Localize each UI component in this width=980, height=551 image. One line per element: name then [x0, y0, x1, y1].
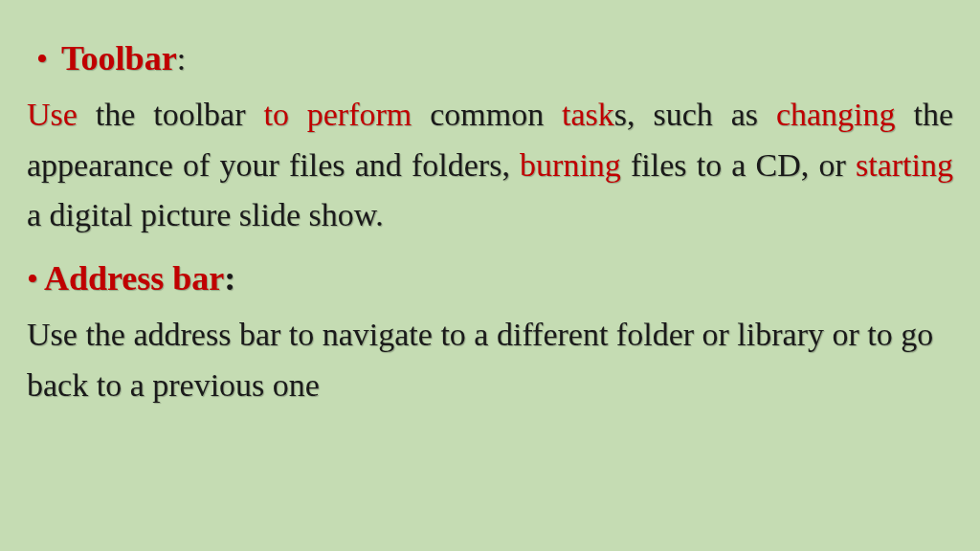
- addressbar-heading-colon: :: [224, 259, 235, 298]
- text-use: Use: [27, 97, 78, 132]
- text-segment: s, such as: [614, 97, 776, 132]
- toolbar-heading: Toolbar:: [61, 38, 186, 78]
- text-segment: the toolbar: [78, 97, 264, 132]
- bullet-icon: •: [27, 263, 38, 296]
- addressbar-heading: Address bar:: [44, 258, 235, 298]
- text-task: task: [562, 97, 614, 132]
- text-to-perform: to perform: [263, 97, 412, 132]
- text-segment: common: [412, 97, 562, 132]
- addressbar-description: Use the address bar to navigate to a dif…: [27, 310, 953, 410]
- addressbar-bullet-item: • Address bar:: [27, 258, 953, 298]
- text-changing: changing: [776, 97, 896, 132]
- text-starting: starting: [856, 147, 953, 183]
- toolbar-description: Use the toolbar to perform common tasks,…: [27, 90, 953, 241]
- toolbar-bullet-item: • Toolbar:: [27, 38, 953, 78]
- text-segment: files to a CD, or: [621, 147, 856, 183]
- toolbar-heading-text: Toolbar: [61, 39, 177, 77]
- text-burning: burning: [520, 147, 621, 183]
- text-segment: a digital picture slide show.: [27, 197, 384, 232]
- addressbar-heading-text: Address bar: [44, 259, 224, 298]
- toolbar-heading-row: • Toolbar:: [27, 38, 953, 78]
- addressbar-heading-row: • Address bar:: [27, 258, 953, 298]
- bullet-icon: •: [36, 43, 48, 76]
- toolbar-heading-colon: :: [177, 41, 186, 77]
